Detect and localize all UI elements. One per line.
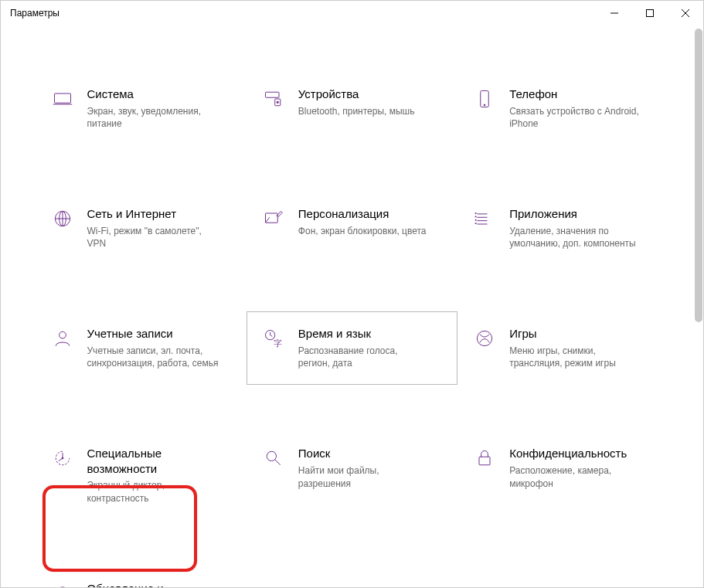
tile-title: Устройства: [298, 87, 415, 102]
tile-sub: Связать устройство с Android, iPhone: [509, 105, 641, 131]
phone-icon: [474, 88, 495, 131]
window-title: Параметры: [10, 8, 60, 19]
tile-update-security[interactable]: Обновление и безопасность Обновления Win…: [36, 566, 247, 587]
svg-rect-10: [475, 212, 477, 214]
svg-point-4: [277, 101, 278, 103]
svg-rect-9: [265, 213, 277, 223]
search-icon: [263, 447, 284, 505]
tile-system[interactable]: Система Экран, звук, уведомления, питани…: [36, 72, 247, 145]
window-controls: [597, 1, 703, 25]
tile-title: Учетные записи: [87, 326, 219, 342]
tile-title: Игры: [509, 326, 641, 342]
devices-icon: [263, 88, 284, 131]
tile-devices[interactable]: Устройства Bluetooth, принтеры, мышь: [247, 72, 457, 145]
lock-icon: [474, 447, 495, 505]
svg-rect-13: [475, 223, 477, 224]
tile-sub: Экран, звук, уведомления, питание: [87, 105, 219, 131]
svg-rect-1: [54, 93, 70, 103]
tile-privacy[interactable]: Конфиденциальность Расположение, камера,…: [457, 431, 668, 520]
svg-rect-0: [647, 10, 654, 17]
svg-point-18: [61, 457, 63, 460]
tile-personalization[interactable]: Персонализация Фон, экран блокировки, цв…: [247, 192, 457, 265]
svg-text:字: 字: [274, 338, 282, 348]
apps-icon: [474, 208, 495, 250]
tile-title: Специальные возможности: [87, 446, 235, 476]
person-icon: [52, 328, 73, 370]
globe-icon: [52, 208, 73, 250]
tile-sub: Экранный диктор, контрастность: [87, 479, 219, 505]
svg-point-17: [478, 331, 492, 346]
tile-sub: Удаление, значения по умолчанию, доп. ко…: [509, 225, 641, 251]
close-button[interactable]: [668, 1, 703, 25]
tile-title: Конфиденциальность: [509, 446, 641, 461]
tile-title: Телефон: [509, 87, 641, 102]
content-area: Система Экран, звук, уведомления, питани…: [1, 25, 703, 587]
tile-phone[interactable]: Телефон Связать устройство с Android, iP…: [457, 72, 668, 145]
tile-title: Обновление и безопасность: [87, 581, 235, 587]
tile-sub: Меню игры, снимки, трансляция, режим игр…: [509, 345, 641, 371]
tile-title: Приложения: [509, 206, 641, 222]
tile-accounts[interactable]: Учетные записи Учетные записи, эл. почта…: [36, 311, 247, 385]
tile-title: Сеть и Интернет: [87, 206, 219, 222]
system-icon: [52, 88, 73, 131]
ease-icon: [52, 447, 73, 505]
tile-apps[interactable]: Приложения Удаление, значения по умолчан…: [457, 192, 668, 265]
svg-rect-11: [475, 216, 477, 218]
tile-time-language[interactable]: 字 Время и язык Распознавание голоса, рег…: [247, 311, 457, 385]
svg-point-6: [484, 104, 485, 106]
tile-sub: Фон, экран блокировки, цвета: [298, 225, 427, 238]
tile-ease-of-access[interactable]: Специальные возможности Экранный диктор,…: [36, 431, 247, 520]
tile-title: Система: [87, 87, 219, 102]
titlebar: Параметры: [1, 1, 703, 25]
time-language-icon: 字: [263, 328, 284, 370]
minimize-button[interactable]: [597, 1, 632, 25]
svg-rect-20: [479, 457, 490, 466]
tile-search[interactable]: Поиск Найти мои файлы, разрешения: [247, 431, 457, 520]
update-icon: [52, 583, 73, 587]
svg-rect-2: [265, 92, 279, 97]
paint-icon: [263, 208, 284, 250]
tile-sub: Учетные записи, эл. почта, синхронизация…: [87, 345, 219, 371]
tile-title: Персонализация: [298, 206, 427, 222]
tile-sub: Найти мои файлы, разрешения: [298, 464, 430, 491]
svg-rect-12: [475, 219, 477, 221]
tile-title: Поиск: [298, 446, 430, 461]
tile-sub: Расположение, камера, микрофон: [509, 464, 641, 491]
tile-sub: Распознавание голоса, регион, дата: [298, 345, 430, 371]
tile-sub: Bluetooth, принтеры, мышь: [298, 105, 415, 118]
svg-point-14: [59, 331, 66, 338]
svg-point-19: [267, 452, 276, 461]
maximize-button[interactable]: [632, 1, 668, 25]
tile-title: Время и язык: [298, 326, 430, 342]
tile-gaming[interactable]: Игры Меню игры, снимки, трансляция, режи…: [457, 311, 668, 385]
xbox-icon: [474, 328, 495, 370]
tile-network[interactable]: Сеть и Интернет Wi-Fi, режим "в самолете…: [36, 192, 247, 265]
tile-sub: Wi-Fi, режим "в самолете", VPN: [87, 225, 219, 251]
settings-grid: Система Экран, звук, уведомления, питани…: [36, 72, 669, 587]
